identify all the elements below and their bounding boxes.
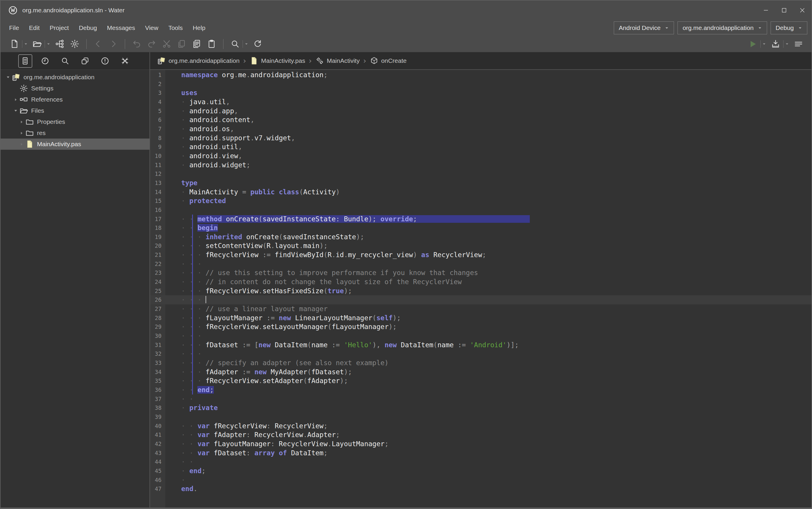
- code-line-12[interactable]: [165, 169, 811, 178]
- code-line-20[interactable]: · · · setContentView(R.layout.main);: [165, 241, 811, 250]
- code-line-40[interactable]: · · var fRecyclerView: RecyclerView;: [165, 421, 811, 431]
- code-line-21[interactable]: · · · fRecyclerView := findViewById(R.id…: [165, 250, 811, 260]
- menu-item-edit[interactable]: Edit: [24, 23, 45, 33]
- nav-forward-button[interactable]: [106, 38, 121, 50]
- run-play-caret-button[interactable]: [760, 40, 768, 48]
- panel-tab-warnings[interactable]: [98, 54, 112, 68]
- code-line-19[interactable]: · · · inherited onCreate(savedInstanceSt…: [165, 233, 811, 242]
- maximize-button[interactable]: [775, 4, 793, 17]
- code-line-28[interactable]: · · · fLayoutManager := new LinearLayout…: [165, 313, 811, 323]
- window-list-button[interactable]: [791, 38, 806, 50]
- open-folder-button[interactable]: [30, 38, 45, 50]
- menu-item-file[interactable]: File: [4, 23, 24, 33]
- code-line-38[interactable]: · private: [165, 403, 811, 412]
- cut-button[interactable]: [159, 38, 174, 50]
- tree-item-settings[interactable]: Settings: [1, 83, 150, 94]
- menu-item-view[interactable]: View: [140, 23, 163, 33]
- expander-arrow-icon[interactable]: [18, 119, 25, 125]
- copy-button[interactable]: [174, 38, 189, 50]
- code-line-13[interactable]: type: [165, 178, 811, 188]
- code-line-45[interactable]: · end;: [165, 467, 811, 476]
- code-line-1[interactable]: namespace org.me.androidapplication;: [165, 70, 811, 79]
- deploy-button[interactable]: [768, 38, 783, 50]
- expander-arrow-icon[interactable]: [4, 74, 12, 80]
- code-line-24[interactable]: · · · // in content do not change the la…: [165, 277, 811, 286]
- panel-tab-history-clock[interactable]: [38, 54, 52, 68]
- code-line-9[interactable]: · android.util,: [165, 142, 811, 151]
- code-line-32[interactable]: · · ·: [165, 349, 811, 359]
- code-line-22[interactable]: · · ·: [165, 260, 811, 269]
- code-line-30[interactable]: · · ·: [165, 331, 811, 340]
- code-line-25[interactable]: · · · fRecyclerView.setHasFixedSize(true…: [165, 286, 811, 296]
- menu-item-help[interactable]: Help: [188, 23, 210, 33]
- code-line-14[interactable]: · MainActivity = public class(Activity): [165, 188, 811, 197]
- code-line-2[interactable]: [165, 79, 811, 89]
- copy-text-button[interactable]: [189, 38, 204, 50]
- expander-arrow-icon[interactable]: [18, 130, 25, 136]
- tree-item-org-me-androidapplication[interactable]: org.me.androidapplication: [1, 72, 150, 83]
- code-line-10[interactable]: · android.view,: [165, 151, 811, 161]
- code-line-27[interactable]: · · · // use a linear layout manager: [165, 304, 811, 313]
- code-line-4[interactable]: · java.util,: [165, 97, 811, 107]
- code-line-26[interactable]: · · ·: [165, 295, 811, 304]
- panel-tab-search[interactable]: [58, 54, 72, 68]
- search-caret-button[interactable]: [242, 40, 250, 48]
- code-line-5[interactable]: · android.app,: [165, 107, 811, 116]
- code-line-42[interactable]: · · var fLayoutManager: RecyclerView.Lay…: [165, 439, 811, 448]
- tree-item-references[interactable]: References: [1, 94, 150, 105]
- panel-tab-unbound[interactable]: [118, 54, 132, 68]
- code-line-31[interactable]: · · · fDataset := [new DataItem(name := …: [165, 340, 811, 350]
- undo-button[interactable]: [129, 38, 144, 50]
- paste-button[interactable]: [204, 38, 219, 50]
- close-button[interactable]: [793, 4, 811, 17]
- code-line-36[interactable]: · · end;: [165, 385, 811, 395]
- menu-item-debug[interactable]: Debug: [74, 23, 102, 33]
- code-line-44[interactable]: · ·: [165, 457, 811, 467]
- tree-item-res[interactable]: res: [1, 127, 150, 139]
- expander-arrow-icon[interactable]: [18, 141, 25, 147]
- panel-tab-panel-doc[interactable]: [18, 54, 32, 68]
- code-line-33[interactable]: · · · // specify an adapter (see also ne…: [165, 359, 811, 368]
- code-pane[interactable]: namespace org.me.androidapplication;uses…: [165, 70, 811, 508]
- code-line-17[interactable]: · · method onCreate(savedInstanceState: …: [165, 214, 811, 224]
- tree-item-mainactivity-pas[interactable]: MainActivity.pas: [1, 139, 150, 150]
- breadcrumb-segment-oncreate[interactable]: onCreate: [370, 56, 407, 65]
- code-line-3[interactable]: uses: [165, 88, 811, 97]
- code-line-23[interactable]: · · · // use this setting to improve per…: [165, 268, 811, 277]
- open-folder-caret-button[interactable]: [45, 40, 52, 48]
- code-line-47[interactable]: end.: [165, 484, 811, 494]
- tree-item-properties[interactable]: Properties: [1, 116, 150, 127]
- code-line-41[interactable]: · · var fAdapter: RecyclerView.Adapter;: [165, 430, 811, 439]
- code-line-11[interactable]: · android.widget;: [165, 161, 811, 170]
- code-line-39[interactable]: [165, 412, 811, 421]
- new-file-button[interactable]: [7, 38, 22, 50]
- code-line-35[interactable]: · · · fRecyclerView.setAdapter(fAdapter)…: [165, 376, 811, 385]
- project-selector[interactable]: org.me.androidapplication: [678, 22, 767, 34]
- device-selector[interactable]: Android Device: [614, 22, 674, 34]
- code-line-7[interactable]: · android.os,: [165, 125, 811, 134]
- search-button[interactable]: [228, 38, 242, 50]
- menu-item-tools[interactable]: Tools: [163, 23, 188, 33]
- settings-gear-button[interactable]: [67, 38, 82, 50]
- tree-item-files[interactable]: Files: [1, 105, 150, 116]
- config-selector[interactable]: Debug: [771, 22, 807, 34]
- hierarchy-button[interactable]: [52, 38, 67, 50]
- new-file-caret-button[interactable]: [22, 40, 30, 48]
- deploy-caret-button[interactable]: [783, 40, 791, 48]
- code-line-37[interactable]: · ·: [165, 395, 811, 404]
- code-line-8[interactable]: · android.support.v7.widget,: [165, 134, 811, 143]
- breadcrumb-segment-mainactivity-pas[interactable]: MainActivity.pas: [250, 56, 305, 65]
- code-line-6[interactable]: · android.content,: [165, 115, 811, 125]
- nav-back-button[interactable]: [91, 38, 106, 50]
- expander-arrow-icon[interactable]: [12, 108, 20, 113]
- breadcrumb-segment-org-me-androidapplication[interactable]: org.me.androidapplication: [157, 56, 240, 65]
- code-line-16[interactable]: [165, 205, 811, 214]
- breadcrumb-segment-mainactivity[interactable]: MainActivity: [315, 56, 360, 65]
- expander-arrow-icon[interactable]: [12, 97, 20, 102]
- code-line-46[interactable]: ·: [165, 476, 811, 485]
- code-line-18[interactable]: · · begin: [165, 224, 811, 233]
- code-line-34[interactable]: · · · fAdapter := new MyAdapter(fDataset…: [165, 368, 811, 377]
- redo-button[interactable]: [144, 38, 159, 50]
- minimize-button[interactable]: [757, 4, 775, 17]
- code-line-15[interactable]: · protected: [165, 196, 811, 205]
